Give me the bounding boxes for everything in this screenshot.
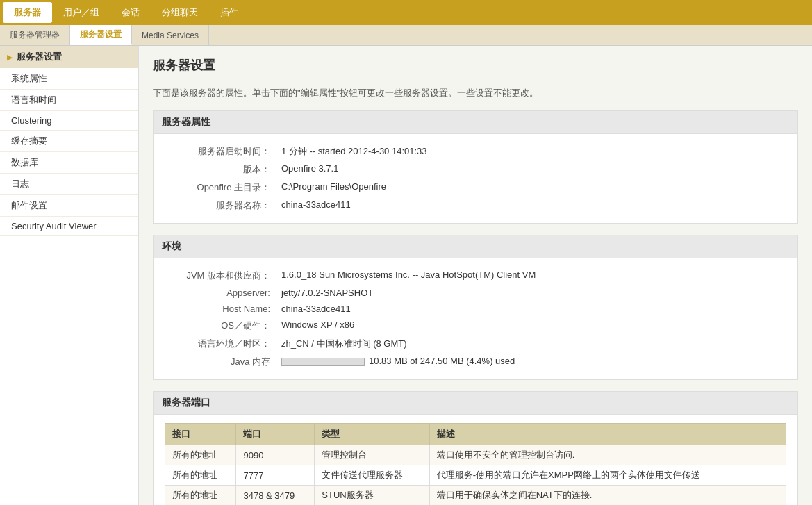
ports-cell: 管理控制台 (315, 445, 429, 465)
main-content: 服务器设置 下面是该服务器的属性。单击下面的"编辑属性"按钮可更改一些服务器设置… (139, 46, 812, 505)
table-row: 所有的地址7777文件传送代理服务器代理服务-使用的端口允许在XMPP网络上的两… (165, 465, 786, 486)
sidebar-item-system-props[interactable]: 系统属性 (0, 68, 138, 90)
sub-item-media-services[interactable]: Media Services (132, 25, 209, 45)
prop-value: 1 分钟 -- started 2012-4-30 14:01:33 (276, 142, 786, 160)
main-layout: 服务器设置 系统属性 语言和时间 Clustering 缓存摘要 数据库 日志 … (0, 46, 812, 505)
prop-value: 10.83 MB of 247.50 MB (4.4%) used (276, 353, 786, 371)
nav-item-plugins[interactable]: 插件 (209, 2, 249, 23)
prop-label: OS／硬件： (165, 317, 276, 335)
prop-label: JVM 版本和供应商： (165, 267, 276, 285)
ports-cell: 3478 & 3479 (236, 486, 315, 506)
sub-item-server-manager[interactable]: 服务器管理器 (0, 25, 70, 45)
environment-table: JVM 版本和供应商：1.6.0_18 Sun Microsystems Inc… (165, 267, 786, 371)
ports-cell: 所有的地址 (165, 465, 236, 486)
server-ports-section: 服务器端口 接口端口类型描述 所有的地址9090管理控制台端口使用不安全的管理控… (153, 391, 798, 505)
sub-item-server-settings[interactable]: 服务器设置 (70, 25, 132, 45)
prop-label: Appserver: (165, 285, 276, 301)
ports-cell: 端口使用不安全的管理控制台访问. (429, 445, 786, 465)
prop-label: Java 内存 (165, 353, 276, 371)
sub-nav: 服务器管理器 服务器设置 Media Services (0, 25, 812, 46)
prop-label: Host Name: (165, 301, 276, 317)
sidebar-item-lang-time[interactable]: 语言和时间 (0, 90, 138, 111)
ports-cell: 文件传送代理服务器 (315, 465, 429, 486)
nav-item-users[interactable]: 用户／组 (52, 2, 110, 23)
table-row: JVM 版本和供应商：1.6.0_18 Sun Microsystems Inc… (165, 267, 786, 285)
prop-value: 1.6.0_18 Sun Microsystems Inc. -- Java H… (276, 267, 786, 285)
ports-cell: 代理服务-使用的端口允许在XMPP网络上的两个实体使用文件传送 (429, 465, 786, 486)
ports-table: 接口端口类型描述 所有的地址9090管理控制台端口使用不安全的管理控制台访问.所… (165, 423, 786, 505)
table-row: Java 内存10.83 MB of 247.50 MB (4.4%) used (165, 353, 786, 371)
prop-label: 服务器启动时间： (165, 142, 276, 160)
ports-cell: STUN服务器 (315, 486, 429, 506)
table-row: Appserver:jetty/7.0.2-SNAPSHOT (165, 285, 786, 301)
prop-value: jetty/7.0.2-SNAPSHOT (276, 285, 786, 301)
sidebar-item-database[interactable]: 数据库 (0, 152, 138, 174)
ports-cell: 端口用于确保实体之间在NAT下的连接. (429, 486, 786, 506)
nav-item-groupchat[interactable]: 分组聊天 (151, 2, 209, 23)
ports-column-header: 接口 (165, 424, 236, 445)
table-row: 语言环境／时区：zh_CN / 中国标准时间 (8 GMT) (165, 335, 786, 353)
page-title: 服务器设置 (153, 57, 798, 78)
prop-value: Windows XP / x86 (276, 317, 786, 335)
ports-cell: 7777 (236, 465, 315, 486)
prop-label: 语言环境／时区： (165, 335, 276, 353)
prop-label: 版本： (165, 160, 276, 179)
prop-value: C:\Program Files\Openfire (276, 179, 786, 197)
table-row: Host Name:china-33adce411 (165, 301, 786, 317)
description-text: 下面是该服务器的属性。单击下面的"编辑属性"按钮可更改一些服务器设置。一些设置不… (153, 87, 798, 99)
server-ports-title: 服务器端口 (154, 392, 797, 415)
table-row: 服务器启动时间：1 分钟 -- started 2012-4-30 14:01:… (165, 142, 786, 160)
environment-section: 环境 JVM 版本和供应商：1.6.0_18 Sun Microsystems … (153, 235, 798, 380)
sidebar-item-email[interactable]: 邮件设置 (0, 195, 138, 217)
environment-body: JVM 版本和供应商：1.6.0_18 Sun Microsystems Inc… (154, 258, 797, 379)
ports-column-header: 描述 (429, 424, 786, 445)
ports-column-header: 类型 (315, 424, 429, 445)
prop-value: Openfire 3.7.1 (276, 160, 786, 179)
prop-label: Openfire 主目录： (165, 179, 276, 197)
table-row: 所有的地址9090管理控制台端口使用不安全的管理控制台访问. (165, 445, 786, 465)
environment-title: 环境 (154, 235, 797, 258)
prop-value: china-33adce411 (276, 301, 786, 317)
server-ports-body: 接口端口类型描述 所有的地址9090管理控制台端口使用不安全的管理控制台访问.所… (154, 415, 797, 505)
nav-item-sessions[interactable]: 会话 (110, 2, 151, 23)
memory-bar (281, 358, 365, 366)
sidebar: 服务器设置 系统属性 语言和时间 Clustering 缓存摘要 数据库 日志 … (0, 46, 139, 505)
prop-label: 服务器名称： (165, 197, 276, 215)
table-row: 所有的地址3478 & 3479STUN服务器端口用于确保实体之间在NAT下的连… (165, 486, 786, 506)
table-row: 服务器名称：china-33adce411 (165, 197, 786, 215)
top-nav: 服务器 用户／组 会话 分组聊天 插件 (0, 0, 812, 25)
sidebar-item-security-audit[interactable]: Security Audit Viewer (0, 217, 138, 236)
sidebar-item-logs[interactable]: 日志 (0, 174, 138, 195)
ports-column-header: 端口 (236, 424, 315, 445)
prop-value: china-33adce411 (276, 197, 786, 215)
table-row: 版本：Openfire 3.7.1 (165, 160, 786, 179)
ports-cell: 所有的地址 (165, 486, 236, 506)
table-row: Openfire 主目录：C:\Program Files\Openfire (165, 179, 786, 197)
server-properties-title: 服务器属性 (154, 111, 797, 134)
prop-value: zh_CN / 中国标准时间 (8 GMT) (276, 335, 786, 353)
server-properties-table: 服务器启动时间：1 分钟 -- started 2012-4-30 14:01:… (165, 142, 786, 215)
ports-cell: 所有的地址 (165, 445, 236, 465)
nav-item-server[interactable]: 服务器 (3, 2, 52, 23)
server-properties-section: 服务器属性 服务器启动时间：1 分钟 -- started 2012-4-30 … (153, 110, 798, 224)
server-properties-body: 服务器启动时间：1 分钟 -- started 2012-4-30 14:01:… (154, 134, 797, 223)
sidebar-section-header: 服务器设置 (0, 46, 138, 68)
sidebar-item-clustering[interactable]: Clustering (0, 111, 138, 131)
sidebar-item-cache[interactable]: 缓存摘要 (0, 131, 138, 152)
ports-cell: 9090 (236, 445, 315, 465)
table-row: OS／硬件：Windows XP / x86 (165, 317, 786, 335)
